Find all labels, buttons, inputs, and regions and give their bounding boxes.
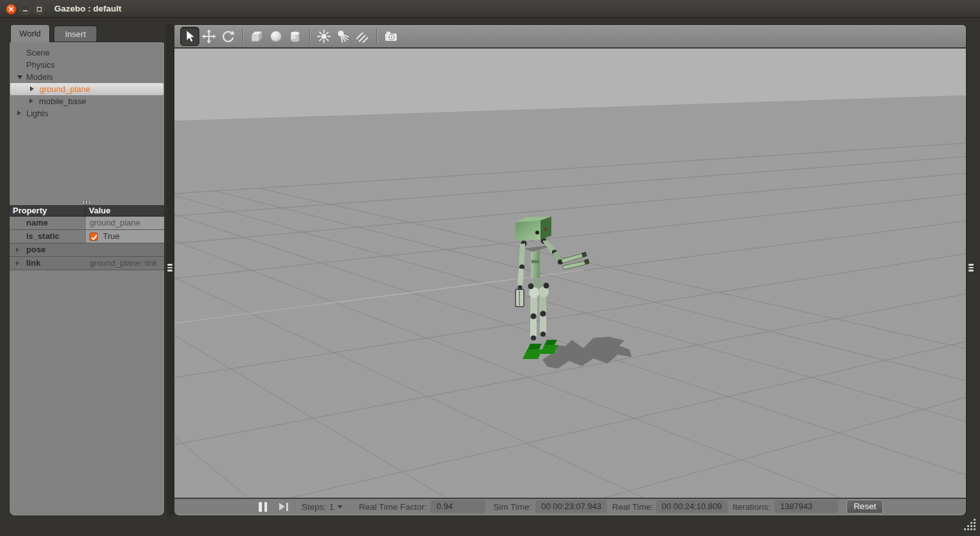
cylinder-icon [287, 29, 303, 44]
tree-item-models[interactable]: Models [10, 71, 164, 83]
tree-item-mobile-base[interactable]: mobile_base [10, 95, 164, 107]
rotate-tool-button[interactable] [218, 27, 238, 46]
step-button[interactable] [279, 503, 288, 511]
toolbar-separator [376, 29, 377, 44]
left-panel: World Insert Scene Physics Models ground… [9, 24, 165, 516]
rtf-label: Real Time Factor: [359, 502, 427, 512]
maximize-window-icon[interactable] [34, 4, 45, 15]
add-box-button[interactable] [247, 27, 266, 46]
rtf-value-field: 0.94 [431, 500, 486, 513]
collapse-arrow-icon[interactable] [17, 111, 21, 116]
sim-time-label: Sim Time: [493, 502, 532, 512]
reset-button[interactable]: Reset [846, 500, 883, 514]
property-row-link[interactable]: link ground_plane::link [10, 257, 164, 270]
property-row-is-static[interactable]: is_static True [10, 230, 164, 243]
property-table: Property Value name ground_plane is_stat… [10, 205, 164, 270]
toolbar-separator [242, 29, 243, 44]
ground-plane[interactable] [174, 95, 966, 498]
add-cylinder-button[interactable] [286, 27, 305, 46]
tab-insert[interactable]: Insert [54, 26, 97, 42]
titlebar[interactable]: Gazebo : default [0, 0, 980, 18]
gazebo-window: { "window": { "title": "Gazebo : default… [0, 0, 980, 536]
toolbar-separator [309, 29, 310, 44]
close-window-icon[interactable] [6, 4, 17, 15]
splitter-grip-icon[interactable] [969, 264, 974, 272]
render-toolbar [174, 25, 966, 49]
render-viewport-3d[interactable] [174, 49, 966, 498]
header-property: Property [10, 205, 86, 216]
property-row-pose[interactable]: pose [10, 243, 164, 257]
real-time-label: Real Time: [612, 502, 654, 512]
left-splitter[interactable] [166, 24, 174, 516]
add-spot-light-button[interactable] [333, 27, 353, 46]
window-title: Gazebo : default [54, 0, 121, 18]
box-icon [249, 29, 264, 44]
translate-icon [201, 29, 217, 44]
add-sphere-button[interactable] [266, 27, 286, 46]
pause-button[interactable] [259, 502, 268, 512]
real-time-value-field: 00 00:24:10.809 [656, 500, 728, 513]
world-panel-body: Scene Physics Models ground_plane mobile… [9, 42, 165, 516]
tab-world[interactable]: World [10, 24, 50, 42]
rotate-icon [220, 29, 236, 44]
tree-item-lights[interactable]: Lights [10, 107, 164, 119]
steps-spinner-icon[interactable] [337, 505, 342, 509]
screenshot-button[interactable] [381, 27, 401, 46]
render-region: Steps: 1 Real Time Factor: 0.94 Sim Time… [174, 24, 967, 516]
expand-arrow-icon[interactable] [17, 75, 22, 79]
add-point-light-button[interactable] [314, 27, 333, 46]
select-arrow-icon [182, 29, 197, 44]
iterations-label: Iterations: [733, 502, 770, 512]
property-panel-splitter-handle[interactable] [82, 200, 91, 204]
screenshot-camera-icon [383, 29, 399, 44]
minimize-window-icon[interactable] [20, 4, 31, 15]
splitter-grip-icon[interactable] [167, 264, 172, 272]
spot-light-icon [335, 29, 351, 44]
simulation-statusbar: Steps: 1 Real Time Factor: 0.94 Sim Time… [174, 498, 966, 514]
steps-label: Steps: [302, 502, 326, 512]
collapse-arrow-icon[interactable] [30, 86, 34, 91]
steps-value: 1 [329, 502, 334, 512]
tree-item-ground-plane[interactable]: ground_plane [10, 83, 164, 95]
translate-tool-button[interactable] [199, 27, 218, 46]
sim-time-value-field: 00 00:23:07.943 [535, 500, 607, 513]
iterations-value-field: 1387943 [774, 500, 838, 513]
world-tree: Scene Physics Models ground_plane mobile… [10, 47, 164, 119]
collapse-arrow-icon[interactable] [29, 98, 33, 103]
window-resize-grip-icon[interactable] [962, 517, 977, 535]
header-value: Value [86, 205, 164, 216]
is-static-checkbox[interactable] [89, 233, 98, 241]
add-directional-light-button[interactable] [353, 27, 372, 46]
statusbar-separator [296, 502, 296, 512]
property-row-name[interactable]: name ground_plane [10, 217, 164, 230]
sphere-icon [268, 29, 284, 44]
right-splitter[interactable] [969, 24, 976, 516]
property-table-header: Property Value [10, 205, 164, 217]
directional-light-icon [355, 29, 370, 44]
point-light-icon [316, 29, 332, 44]
tree-item-scene[interactable]: Scene [10, 47, 164, 59]
tree-item-physics[interactable]: Physics [10, 59, 164, 71]
select-tool-button[interactable] [180, 27, 199, 46]
